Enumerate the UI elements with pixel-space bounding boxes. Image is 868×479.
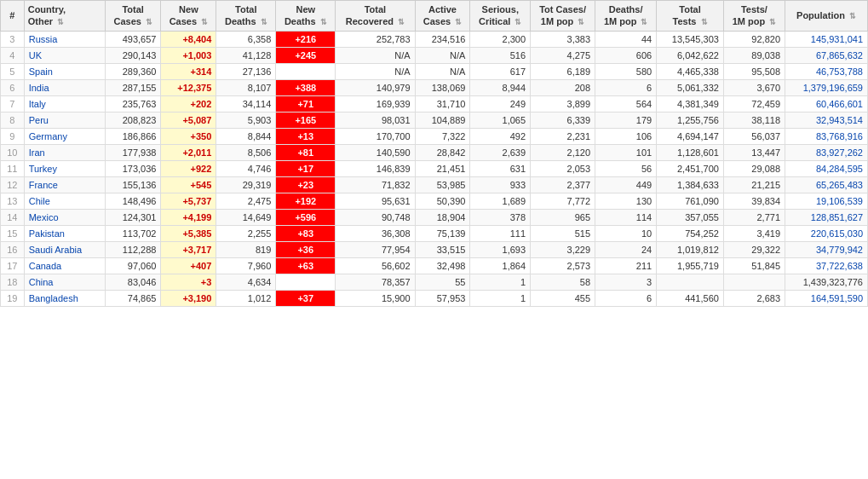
cell-country: Chile: [24, 193, 105, 209]
cell-new-deaths: +83: [276, 225, 336, 241]
cell-num: 16: [1, 241, 25, 257]
cell-country: Peru: [24, 112, 105, 128]
sort-icon-deaths-per-m[interactable]: ⇅: [641, 18, 647, 28]
country-link[interactable]: Bangladesh: [29, 293, 78, 303]
cell-new-cases: +5,087: [161, 112, 216, 128]
sort-icon-new-cases[interactable]: ⇅: [201, 18, 208, 28]
sort-icon-serious-critical[interactable]: ⇅: [514, 18, 521, 28]
sort-icon-tot-cases-per-m[interactable]: ⇅: [578, 18, 584, 28]
cell-total-tests: 357,055: [657, 209, 724, 225]
table-body: 3 Russia 493,657 +8,404 6,358 +216 252,7…: [1, 31, 868, 306]
cell-total-cases: 112,288: [105, 241, 161, 257]
sort-icon-total-recovered[interactable]: ⇅: [398, 18, 405, 28]
col-header-population[interactable]: Population ⇅: [785, 1, 868, 32]
cell-new-cases: +1,003: [161, 47, 216, 63]
cell-tests-per-m: [723, 274, 785, 290]
cell-total-tests: 1,019,812: [657, 241, 724, 257]
col-header-total-cases[interactable]: TotalCases ⇅: [105, 1, 161, 32]
col-header-total-recovered[interactable]: TotalRecovered ⇅: [336, 1, 415, 32]
sort-icon-active-cases[interactable]: ⇅: [455, 18, 462, 28]
cell-country: Spain: [24, 63, 105, 79]
country-link[interactable]: France: [29, 180, 58, 190]
country-link[interactable]: Mexico: [29, 212, 59, 222]
cell-serious-critical: 1,864: [470, 257, 531, 274]
cell-active-cases: 7,322: [415, 128, 470, 144]
col-header-new-deaths[interactable]: NewDeaths ⇅: [276, 1, 336, 32]
cell-new-cases: +3,190: [161, 290, 216, 306]
cell-population: 220,615,030: [785, 225, 868, 241]
cell-deaths-per-m: 130: [595, 193, 657, 209]
cell-total-tests: 5,061,332: [657, 79, 724, 95]
country-link[interactable]: Peru: [29, 115, 49, 125]
cell-tot-cases-per-m: 3,229: [531, 241, 595, 257]
cell-new-deaths: [276, 274, 336, 290]
col-header-new-cases[interactable]: NewCases ⇅: [161, 1, 216, 32]
cell-serious-critical: 492: [470, 128, 531, 144]
cell-serious-critical: 933: [470, 176, 531, 193]
country-link[interactable]: UK: [29, 50, 42, 61]
cell-new-cases: +3: [161, 274, 216, 290]
cell-tot-cases-per-m: 965: [531, 209, 595, 225]
country-link[interactable]: Chile: [29, 196, 50, 206]
sort-icon-total-cases[interactable]: ⇅: [146, 18, 152, 28]
col-header-tests-per-m[interactable]: Tests/1M pop ⇅: [723, 1, 785, 32]
cell-tot-cases-per-m: 7,772: [531, 193, 595, 209]
cell-active-cases: 53,985: [415, 176, 470, 193]
cell-deaths-per-m: 580: [595, 63, 657, 79]
cell-total-recovered: 95,631: [336, 193, 415, 209]
cell-active-cases: 33,515: [415, 241, 470, 257]
col-header-deaths-per-m[interactable]: Deaths/1M pop ⇅: [595, 1, 657, 32]
cell-tot-cases-per-m: 3,383: [531, 31, 595, 47]
cell-new-deaths: +216: [276, 31, 336, 47]
cell-population: 164,591,590: [785, 290, 868, 306]
cell-tests-per-m: 2,771: [723, 209, 785, 225]
cell-total-recovered: 77,954: [336, 241, 415, 257]
cell-new-cases: +8,404: [161, 31, 216, 47]
cell-total-recovered: 71,832: [336, 176, 415, 193]
table-row: 19 Bangladesh 74,865 +3,190 1,012 +37 15…: [1, 290, 868, 306]
sort-icon-new-deaths[interactable]: ⇅: [320, 18, 327, 28]
cell-deaths-per-m: 6: [595, 79, 657, 95]
country-link[interactable]: Pakistan: [29, 228, 65, 239]
col-header-num: #: [1, 1, 25, 32]
country-link[interactable]: China: [29, 277, 54, 287]
country-link[interactable]: India: [29, 83, 49, 93]
cell-new-cases: +2,011: [161, 144, 216, 160]
col-header-total-tests[interactable]: TotalTests ⇅: [657, 1, 724, 32]
cell-new-cases: +314: [161, 63, 216, 79]
cell-total-cases: 208,823: [105, 112, 161, 128]
col-header-serious-critical[interactable]: Serious,Critical ⇅: [470, 1, 531, 32]
cell-population: 65,265,483: [785, 176, 868, 193]
cell-country: Iran: [24, 144, 105, 160]
col-header-active-cases[interactable]: ActiveCases ⇅: [415, 1, 470, 32]
country-link[interactable]: Spain: [29, 66, 53, 77]
cell-total-cases: 235,763: [105, 95, 161, 112]
sort-icon-population[interactable]: ⇅: [849, 12, 856, 22]
table-row: 18 China 83,046 +3 4,634 78,357 55 1 58 …: [1, 274, 868, 290]
country-link[interactable]: Iran: [29, 147, 45, 158]
country-link[interactable]: Italy: [29, 99, 46, 109]
cell-num: 18: [1, 274, 25, 290]
cell-tests-per-m: 72,459: [723, 95, 785, 112]
col-header-total-deaths[interactable]: TotalDeaths ⇅: [216, 1, 276, 32]
sort-icon-tests-per-m[interactable]: ⇅: [769, 18, 776, 28]
sort-icon-total-tests[interactable]: ⇅: [701, 18, 708, 28]
cell-tests-per-m: 89,038: [723, 47, 785, 63]
col-header-tot-cases-per-m[interactable]: Tot Cases/1M pop ⇅: [531, 1, 595, 32]
cell-new-cases: +202: [161, 95, 216, 112]
col-header-country[interactable]: Country,Other ⇅: [24, 1, 105, 32]
sort-icon-total-deaths[interactable]: ⇅: [261, 18, 267, 28]
cell-new-cases: +350: [161, 128, 216, 144]
country-link[interactable]: Germany: [29, 131, 67, 141]
table-row: 13 Chile 148,496 +5,737 2,475 +192 95,63…: [1, 193, 868, 209]
table-row: 6 India 287,155 +12,375 8,107 +388 140,9…: [1, 79, 868, 95]
country-link[interactable]: Russia: [29, 34, 58, 44]
cell-population: 1,379,196,659: [785, 79, 868, 95]
country-link[interactable]: Saudi Arabia: [29, 245, 82, 255]
country-link[interactable]: Turkey: [29, 164, 57, 174]
cell-tot-cases-per-m: 6,189: [531, 63, 595, 79]
country-link[interactable]: Canada: [29, 261, 62, 271]
cell-total-deaths: 8,107: [216, 79, 276, 95]
cell-total-cases: 97,060: [105, 257, 161, 274]
sort-icon-country[interactable]: ⇅: [57, 18, 64, 28]
